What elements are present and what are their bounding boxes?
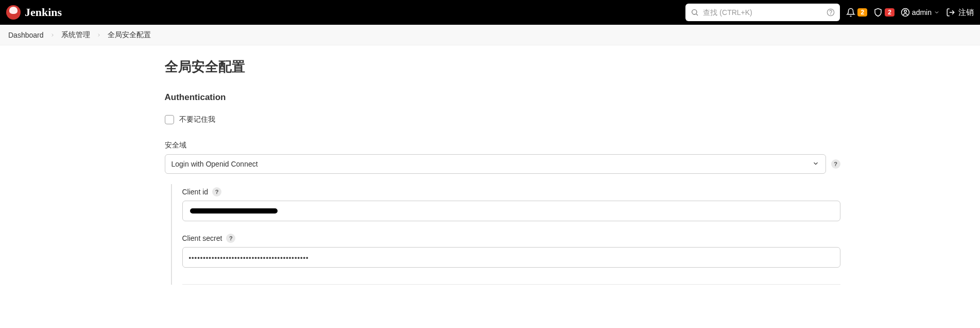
security-realm-select-wrap: Login with Openid Connect (165, 154, 826, 174)
user-menu[interactable]: admin (901, 8, 940, 17)
client-secret-help-icon[interactable]: ? (226, 234, 235, 243)
search-icon (691, 8, 699, 17)
top-header: Jenkins 2 2 ad (0, 0, 980, 25)
security-realm-label: 安全域 (165, 141, 840, 150)
chevron-right-icon (50, 31, 55, 39)
user-name: admin (912, 8, 932, 17)
client-secret-label: Client secret (182, 234, 222, 242)
breadcrumb-dashboard[interactable]: Dashboard (8, 31, 44, 39)
security-warnings-button[interactable]: 2 (873, 8, 895, 17)
chevron-down-icon (812, 160, 819, 169)
security-realm-select[interactable]: Login with Openid Connect (165, 154, 826, 174)
disable-remember-me-row: 不要记住我 (165, 115, 840, 124)
svg-point-0 (692, 10, 697, 14)
jenkins-logo-text: Jenkins (25, 6, 62, 19)
logout-icon (946, 8, 955, 17)
client-id-value-redacted (190, 208, 278, 214)
client-id-label-row: Client id ? (182, 187, 840, 196)
search-box[interactable] (685, 4, 840, 21)
main: 全局安全配置 Authentication 不要记住我 安全域 Login wi… (78, 45, 902, 305)
svg-point-3 (831, 14, 831, 14)
client-secret-label-row: Client secret ? (182, 234, 840, 243)
disable-remember-me-label: 不要记住我 (179, 115, 215, 124)
breadcrumb-current: 全局安全配置 (108, 30, 151, 40)
jenkins-logo[interactable]: Jenkins (6, 5, 62, 20)
client-id-label: Client id (182, 188, 209, 196)
search-help-icon[interactable] (827, 8, 835, 17)
security-realm-row: Login with Openid Connect ? (165, 154, 840, 174)
client-id-input[interactable] (182, 201, 840, 221)
page-title: 全局安全配置 (165, 58, 840, 76)
chevron-down-icon (934, 9, 940, 15)
header-right: 2 2 admin 注销 (685, 4, 974, 21)
breadcrumb-manage[interactable]: 系统管理 (61, 30, 90, 40)
disable-remember-me-checkbox[interactable] (165, 115, 174, 124)
authentication-section-title: Authentication (165, 92, 840, 103)
content: 全局安全配置 Authentication 不要记住我 安全域 Login wi… (165, 58, 840, 285)
logout-link[interactable]: 注销 (946, 8, 974, 18)
security-realm-value: Login with Openid Connect (171, 160, 258, 168)
bell-icon (846, 8, 855, 17)
security-warnings-badge: 2 (885, 8, 895, 17)
client-id-help-icon[interactable]: ? (212, 187, 221, 196)
svg-line-1 (697, 14, 698, 15)
search-input[interactable] (703, 8, 822, 17)
client-secret-input[interactable] (182, 247, 840, 268)
openid-connect-settings: Client id ? Client secret ? (171, 184, 840, 285)
jenkins-logo-icon (6, 5, 21, 20)
logout-label: 注销 (958, 8, 974, 18)
security-realm-help-icon[interactable]: ? (831, 159, 840, 169)
header-left: Jenkins (6, 5, 62, 20)
nested-divider (182, 284, 840, 285)
breadcrumb: Dashboard 系统管理 全局安全配置 (0, 25, 980, 45)
svg-point-5 (904, 10, 907, 13)
notifications-badge: 2 (857, 8, 867, 17)
shield-icon (873, 8, 883, 17)
chevron-right-icon (96, 31, 101, 39)
user-icon (901, 8, 910, 17)
notifications-button[interactable]: 2 (846, 8, 867, 17)
